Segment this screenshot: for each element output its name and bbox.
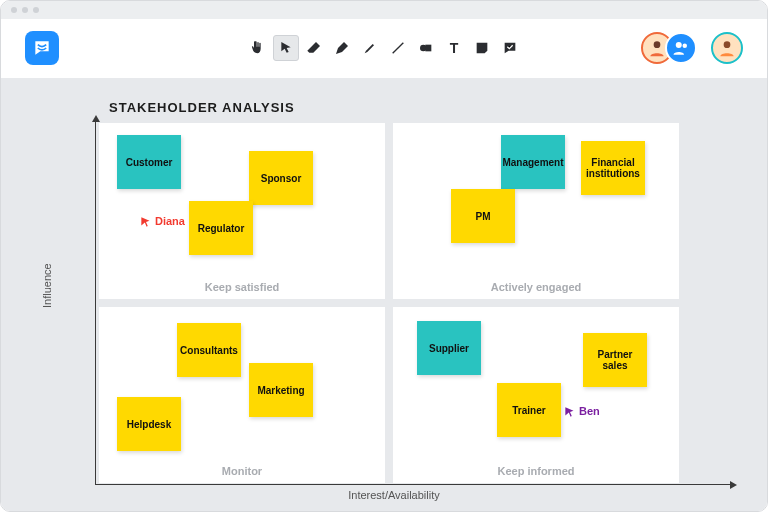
sticky-note[interactable]: Partner sales <box>583 333 647 387</box>
quadrant-actively-engaged[interactable]: Actively engaged ManagementFinancial ins… <box>393 123 679 299</box>
quadrant-keep-satisfied[interactable]: Keep satisfied CustomerSponsorRegulatorD… <box>99 123 385 299</box>
sticky-note[interactable]: Financial institutions <box>581 141 645 195</box>
line-tool[interactable] <box>385 35 411 61</box>
text-icon: T <box>450 40 459 56</box>
svg-point-5 <box>724 42 731 49</box>
people-icon <box>672 39 690 57</box>
axis-x <box>95 484 733 485</box>
quadrant-label: Keep satisfied <box>99 281 385 293</box>
sticky-note[interactable]: Sponsor <box>249 151 313 205</box>
grid-wrap: Keep satisfied CustomerSponsorRegulatorD… <box>99 123 727 483</box>
svg-point-3 <box>676 42 682 48</box>
comment-icon <box>502 40 518 56</box>
logo-icon <box>32 38 52 58</box>
avatar-more[interactable] <box>665 32 697 64</box>
sticky-note[interactable]: Helpdesk <box>117 397 181 451</box>
axis-x-label: Interest/Availability <box>61 489 727 501</box>
axis-y-label: Influence <box>41 263 53 308</box>
sticky-note[interactable]: Regulator <box>189 201 253 255</box>
comment-tool[interactable] <box>497 35 523 61</box>
sticky-note[interactable]: Management <box>501 135 565 189</box>
quadrant-label: Actively engaged <box>393 281 679 293</box>
toolbar: T <box>245 35 523 61</box>
quadrant-label: Monitor <box>99 465 385 477</box>
axis-y <box>95 119 96 485</box>
sticky-note[interactable]: Customer <box>117 135 181 189</box>
topbar: T <box>1 19 767 78</box>
window-dot <box>22 7 28 13</box>
pen-tool[interactable] <box>329 35 355 61</box>
person-icon <box>647 38 667 58</box>
sticky-note[interactable]: Consultants <box>177 323 241 377</box>
window-dot <box>33 7 39 13</box>
sticky-note[interactable]: Marketing <box>249 363 313 417</box>
svg-rect-1 <box>425 45 431 52</box>
hand-icon <box>250 40 266 56</box>
cursor-tool[interactable] <box>273 35 299 61</box>
canvas[interactable]: STAKEHOLDER ANALYSIS Influence Keep sati… <box>1 78 767 511</box>
text-tool[interactable]: T <box>441 35 467 61</box>
app-logo[interactable] <box>25 31 59 65</box>
sticky-note[interactable]: Trainer <box>497 383 561 437</box>
window-titlebar <box>1 1 767 19</box>
remote-cursor: Ben <box>563 405 600 419</box>
eraser-icon <box>306 40 322 56</box>
note-icon <box>474 40 490 56</box>
quadrant-grid: Keep satisfied CustomerSponsorRegulatorD… <box>99 123 679 483</box>
cursor-pointer-icon <box>563 405 577 419</box>
avatar-pair <box>641 32 697 64</box>
quadrant-label: Keep informed <box>393 465 679 477</box>
eraser-tool[interactable] <box>301 35 327 61</box>
svg-point-2 <box>654 42 661 49</box>
window-dot <box>11 7 17 13</box>
shape-icon <box>418 40 434 56</box>
remote-cursor: Diana <box>139 215 185 229</box>
diagram-title: STAKEHOLDER ANALYSIS <box>109 100 727 115</box>
cursor-icon <box>278 40 294 56</box>
avatar-user-2[interactable] <box>711 32 743 64</box>
sticky-note-tool[interactable] <box>469 35 495 61</box>
person-icon <box>717 38 737 58</box>
sticky-note[interactable]: PM <box>451 189 515 243</box>
app-window: T STAKEHOLDER ANALYSIS Influence Keep sa… <box>0 0 768 512</box>
highlighter-tool[interactable] <box>357 35 383 61</box>
quadrant-keep-informed[interactable]: Keep informed SupplierPartner salesTrain… <box>393 307 679 483</box>
sticky-note[interactable]: Supplier <box>417 321 481 375</box>
presence-avatars <box>641 32 743 64</box>
highlighter-icon <box>362 40 378 56</box>
quadrant-monitor[interactable]: Monitor ConsultantsMarketingHelpdesk <box>99 307 385 483</box>
svg-point-4 <box>683 44 688 49</box>
hand-tool[interactable] <box>245 35 271 61</box>
line-icon <box>390 40 406 56</box>
shape-tool[interactable] <box>413 35 439 61</box>
cursor-pointer-icon <box>139 215 153 229</box>
pen-icon <box>334 40 350 56</box>
